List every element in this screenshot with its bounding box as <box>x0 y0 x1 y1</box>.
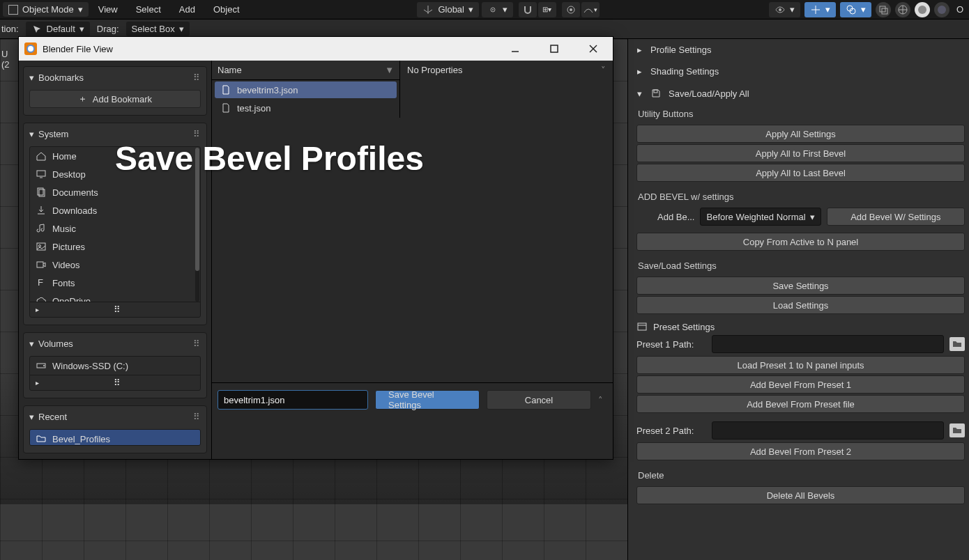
orientation-dropdown[interactable]: Global ▾ <box>417 2 479 17</box>
orientation-label: Global <box>438 4 464 15</box>
snap-dropdown[interactable]: ⊞▾ <box>538 2 556 17</box>
svg-point-21 <box>39 245 41 247</box>
object-mode-icon <box>8 5 18 15</box>
visibility-dropdown[interactable]: ▾ <box>769 2 800 17</box>
add-bookmark-button[interactable]: ＋ Add Bookmark <box>29 90 201 108</box>
menu-add[interactable]: Add <box>171 1 204 17</box>
gizmo-dropdown[interactable]: ▾ <box>804 2 836 17</box>
chevron-right-icon[interactable]: ▸ <box>36 379 39 387</box>
drag-dropdown[interactable]: Select Box ▾ <box>126 22 190 36</box>
system-item-home[interactable]: Home <box>30 147 200 165</box>
maximize-button[interactable] <box>544 41 564 56</box>
pivot-icon <box>487 4 498 15</box>
grip-icon[interactable]: ⠿ <box>193 412 201 422</box>
add-bevel-preset2-button[interactable]: Add Bevel From Preset 2 <box>636 442 965 460</box>
no-properties-label: No Properties <box>407 65 462 75</box>
volumes-header[interactable]: ▾ Volumes ⠿ <box>24 334 206 353</box>
wireframe-icon <box>897 4 908 15</box>
grip-icon[interactable]: ⠿ <box>114 304 121 315</box>
expand-arrow-icon[interactable]: ˄ <box>598 395 607 405</box>
shading-material[interactable] <box>934 2 949 17</box>
pivot-dropdown[interactable]: ▾ <box>482 2 513 17</box>
chevron-right-icon[interactable]: ▸ <box>36 306 39 313</box>
shading-settings-header[interactable]: ▸ Shading Settings <box>632 61 965 82</box>
apply-last-button[interactable]: Apply All to Last Bevel <box>636 164 965 182</box>
shading-solid[interactable] <box>915 2 930 17</box>
scrollbar[interactable] <box>195 148 199 302</box>
copy-active-button[interactable]: Copy From Active to N panel <box>636 233 965 251</box>
grip-icon[interactable]: ⠿ <box>114 378 121 388</box>
preset1-path-input[interactable] <box>712 335 944 353</box>
mode-dropdown[interactable]: Object Mode ▾ <box>3 2 89 17</box>
file-sidebar: ▾ Bookmarks ⠿ ＋ Add Bookmark ▾ System ⠿ <box>19 61 212 459</box>
apply-all-button[interactable]: Apply All Settings <box>636 125 965 143</box>
shading-settings-label: Shading Settings <box>650 66 719 77</box>
recent-header[interactable]: ▾ Recent ⠿ <box>24 407 206 426</box>
system-item-onedrive[interactable]: OneDrive <box>30 292 200 302</box>
add-bevel-preset-file-button[interactable]: Add Bevel From Preset file <box>636 395 965 413</box>
grip-icon[interactable]: ⠿ <box>193 129 201 139</box>
profile-settings-header[interactable]: ▸ Profile Settings <box>632 39 965 61</box>
dialog-titlebar[interactable]: Blender File View <box>19 37 613 61</box>
system-item-fonts[interactable]: FFonts <box>30 274 200 292</box>
browse-preset2-button[interactable] <box>949 423 965 437</box>
system-item-documents[interactable]: Documents <box>30 183 200 201</box>
volume-item[interactable]: Windows-SSD (C:) <box>30 357 200 375</box>
system-header[interactable]: ▾ System ⠿ <box>24 125 206 143</box>
bookmarks-label: Bookmarks <box>38 72 84 83</box>
add-bevel-settings-label: ADD BEVEL w/ settings <box>636 187 965 206</box>
collapse-arrow-icon[interactable]: ˅ <box>601 65 606 75</box>
snap-toggle[interactable] <box>519 2 537 17</box>
apply-first-button[interactable]: Apply All to First Bevel <box>636 144 965 162</box>
proportional-toggle[interactable] <box>562 2 580 17</box>
menu-select[interactable]: Select <box>128 1 169 17</box>
recent-section: ▾ Recent ⠿ Bevel_Profiles <box>23 405 207 453</box>
minimize-button[interactable] <box>505 41 525 56</box>
bookmarks-header[interactable]: ▾ Bookmarks ⠿ <box>24 68 206 87</box>
grip-icon[interactable]: ⠿ <box>193 72 201 83</box>
recent-item[interactable]: Bevel_Profiles <box>30 430 200 446</box>
chevron-down-icon: ▾ <box>78 4 83 15</box>
before-weighted-dropdown[interactable]: Before Weighted Normal▾ <box>700 208 821 226</box>
download-icon <box>36 205 47 216</box>
overlay-dropdown[interactable]: ▾ <box>840 2 871 17</box>
system-item-desktop[interactable]: Desktop <box>30 165 200 183</box>
bookmarks-section: ▾ Bookmarks ⠿ ＋ Add Bookmark <box>23 66 207 116</box>
save-settings-button[interactable]: Save Settings <box>636 277 965 295</box>
system-item-downloads[interactable]: Downloads <box>30 201 200 219</box>
overlay-icon <box>846 4 857 15</box>
grip-icon[interactable]: ⠿ <box>193 339 201 349</box>
xray-toggle[interactable] <box>876 2 891 17</box>
add-bevel-w-settings-button[interactable]: Add Bevel W/ Settings <box>827 208 965 226</box>
filename-input[interactable] <box>218 390 368 410</box>
close-button[interactable] <box>583 41 603 56</box>
system-item-music[interactable]: Music <box>30 219 200 238</box>
save-button[interactable]: Save Bevel Settings <box>375 390 480 410</box>
properties-column: No Properties ˅ <box>400 61 613 118</box>
load-settings-button[interactable]: Load Settings <box>636 296 965 314</box>
browse-preset1-button[interactable] <box>949 337 965 351</box>
save-load-settings-label: Save/Load Settings <box>636 256 965 275</box>
menu-object[interactable]: Object <box>205 1 248 17</box>
file-row[interactable]: beveltrim3.json <box>215 81 397 98</box>
preset2-path-label: Preset 2 Path: <box>636 426 706 436</box>
preset-settings-header: Preset Settings <box>636 321 965 332</box>
delete-all-button[interactable]: Delete All Bevels <box>636 486 965 504</box>
preset2-path-input[interactable] <box>712 421 944 440</box>
save-load-apply-header[interactable]: ▾ Save/Load/Apply All <box>632 82 965 104</box>
proportional-dropdown[interactable]: ▾ <box>581 2 600 17</box>
menu-view[interactable]: View <box>90 1 126 17</box>
file-row[interactable]: test.json <box>215 100 397 116</box>
shading-wireframe[interactable] <box>895 2 910 17</box>
profile-settings-label: Profile Settings <box>650 45 711 55</box>
options-dropdown[interactable]: Default ▾ <box>26 22 90 37</box>
name-column-header[interactable]: Name ▼ <box>212 61 399 80</box>
system-item-pictures[interactable]: Pictures <box>30 238 200 256</box>
system-item-videos[interactable]: Videos <box>30 256 200 274</box>
svg-point-25 <box>43 365 45 366</box>
add-bevel-preset1-button[interactable]: Add Bevel From Preset 1 <box>636 375 965 394</box>
cancel-button[interactable]: Cancel <box>487 390 591 410</box>
load-preset1-button[interactable]: Load Preset 1 to N panel inputs <box>636 356 965 374</box>
svg-point-1 <box>492 9 494 10</box>
home-icon <box>36 150 47 162</box>
